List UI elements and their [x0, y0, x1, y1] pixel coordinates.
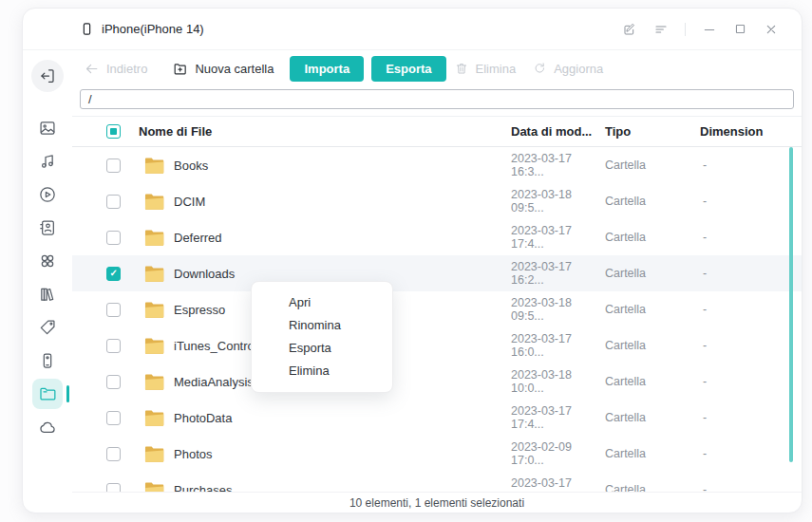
sidebar-back-button[interactable]: [31, 60, 64, 92]
file-date: 2023-03-17 17:4...: [511, 404, 605, 431]
file-size: -: [700, 339, 802, 352]
delete-label: Elimina: [476, 62, 517, 76]
folder-icon: [129, 265, 164, 283]
select-all-checkbox[interactable]: [106, 124, 121, 139]
context-menu-item-elimina[interactable]: Elimina: [252, 360, 392, 382]
export-button[interactable]: Esporta: [371, 56, 445, 82]
file-name: Deferred: [174, 231, 222, 245]
folder-icon: [129, 193, 164, 211]
file-size: -: [700, 447, 802, 460]
file-type: Cartella: [605, 195, 700, 208]
context-menu: ApriRinominaEsportaElimina: [251, 281, 393, 393]
device-title-label: iPhone(iPhone 14): [102, 22, 204, 36]
cloud-icon: [38, 418, 57, 437]
file-type: Cartella: [605, 339, 700, 352]
titlebar-separator: [685, 23, 686, 36]
scrollbar-thumb[interactable]: [789, 147, 793, 462]
file-name: MediaAnalysis: [174, 375, 254, 389]
file-name: Purchases: [174, 483, 232, 493]
trash-icon: [454, 61, 469, 76]
back-button[interactable]: Indietro: [84, 61, 147, 77]
column-header-date[interactable]: Data di mod...: [511, 124, 605, 139]
sidebar-item-music[interactable]: [32, 146, 63, 177]
refresh-icon: [532, 61, 547, 76]
path-input[interactable]: /: [80, 89, 794, 109]
context-menu-item-rinomina[interactable]: Rinomina: [252, 314, 392, 337]
row-checkbox[interactable]: [106, 231, 121, 245]
table-row[interactable]: Downloads 2023-03-17 16:2... Cartella -: [72, 255, 802, 291]
file-size: -: [700, 267, 802, 280]
folder-icon: [129, 157, 164, 175]
file-size: -: [700, 411, 802, 424]
status-bar: 10 elementi, 1 elementi selezionati: [72, 492, 802, 513]
contacts-icon: [38, 218, 57, 237]
context-menu-item-apri[interactable]: Apri: [252, 291, 392, 314]
file-size: -: [700, 303, 802, 316]
table-row[interactable]: DCIM 2023-03-18 09:5... Cartella -: [72, 183, 802, 219]
table-row[interactable]: Espresso 2023-03-18 09:5... Cartella -: [72, 291, 802, 327]
close-icon[interactable]: [764, 22, 779, 37]
minimize-icon[interactable]: [702, 22, 717, 37]
file-size: -: [700, 158, 802, 172]
column-header-name[interactable]: Nome di File: [129, 124, 511, 139]
file-type: Cartella: [605, 447, 700, 460]
row-checkbox[interactable]: [106, 303, 121, 317]
file-name: DCIM: [174, 195, 205, 209]
table-row[interactable]: MediaAnalysis 2023-03-18 10:0... Cartell…: [72, 364, 802, 400]
menu-icon[interactable]: [653, 22, 669, 37]
row-checkbox[interactable]: [106, 158, 121, 173]
column-header-size[interactable]: Dimension: [700, 124, 802, 139]
new-folder-label: Nuova cartella: [195, 62, 274, 76]
delete-button[interactable]: Elimina: [454, 61, 517, 76]
refresh-button[interactable]: Aggiorna: [532, 61, 603, 76]
sidebar-item-apps[interactable]: [32, 246, 63, 276]
tags-icon: [38, 318, 57, 337]
table-header: Nome di File Data di mod... Tipo Dimensi…: [72, 116, 802, 147]
sidebar-item-cloud[interactable]: [32, 412, 63, 442]
row-checkbox[interactable]: [106, 267, 121, 281]
row-checkbox[interactable]: [106, 195, 121, 209]
row-checkbox[interactable]: [106, 411, 121, 425]
import-button[interactable]: Importa: [290, 56, 364, 82]
row-checkbox[interactable]: [106, 447, 121, 461]
edit-icon[interactable]: [622, 22, 637, 37]
column-header-type[interactable]: Tipo: [605, 124, 700, 139]
table-row[interactable]: Books 2023-03-17 16:3... Cartella -: [72, 147, 802, 183]
table-row[interactable]: Photos 2023-02-09 17:0... Cartella -: [72, 436, 802, 472]
table-row[interactable]: PhotoData 2023-03-17 17:4... Cartella -: [72, 400, 802, 436]
file-date: 2023-03-18 09:5...: [511, 296, 605, 323]
files-icon: [38, 384, 57, 403]
sidebar: [23, 50, 72, 513]
file-name: PhotoData: [174, 411, 232, 425]
row-checkbox[interactable]: [106, 339, 121, 353]
sidebar-item-tags[interactable]: [32, 312, 63, 343]
sidebar-item-books[interactable]: [32, 279, 63, 309]
sidebar-item-videos[interactable]: [32, 179, 63, 210]
sidebar-item-files[interactable]: [32, 379, 63, 409]
table-row[interactable]: Purchases 2023-03-17 16:3... Cartella -: [72, 472, 802, 492]
row-checkbox[interactable]: [106, 375, 121, 389]
folder-icon: [129, 409, 164, 427]
new-folder-button[interactable]: Nuova cartella: [172, 61, 274, 77]
file-name: Espresso: [174, 303, 225, 317]
folder-icon: [129, 301, 164, 319]
folder-icon: [129, 229, 164, 247]
file-type: Cartella: [605, 303, 700, 316]
sidebar-item-device[interactable]: [32, 345, 63, 376]
file-table-body: Books 2023-03-17 16:3... Cartella - DCIM…: [72, 147, 802, 492]
status-text: 10 elementi, 1 elementi selezionati: [349, 496, 524, 510]
file-type: Cartella: [605, 231, 700, 244]
file-type: Cartella: [605, 375, 700, 388]
context-menu-item-esporta[interactable]: Esporta: [252, 337, 392, 360]
table-row[interactable]: Deferred 2023-03-17 17:4... Cartella -: [72, 219, 802, 255]
file-name: Photos: [174, 447, 212, 461]
folder-icon: [129, 481, 164, 493]
sidebar-items: [32, 113, 63, 445]
row-checkbox[interactable]: [106, 483, 121, 493]
maximize-icon[interactable]: [733, 22, 747, 36]
file-date: 2023-03-17 16:0...: [511, 332, 605, 359]
table-row[interactable]: iTunes_Control 2023-03-17 16:0... Cartel…: [72, 327, 802, 364]
new-folder-icon: [172, 61, 188, 77]
sidebar-item-contacts[interactable]: [32, 213, 63, 243]
sidebar-item-photos[interactable]: [32, 113, 63, 143]
